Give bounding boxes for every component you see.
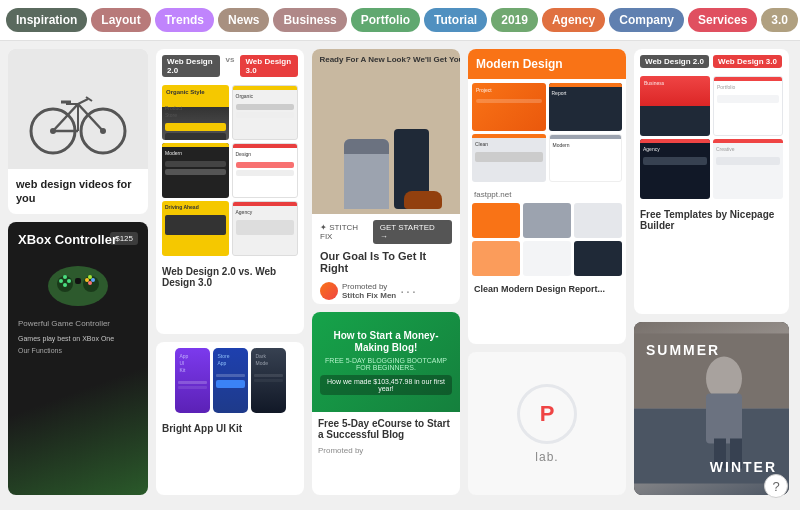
nav-tag-company[interactable]: Company (609, 8, 684, 32)
modern-grid: Project Report Clean Modern (468, 79, 626, 186)
mb-block-6 (574, 241, 622, 276)
sf-promoted: Promoted by (342, 282, 396, 291)
mb-block-4 (472, 241, 520, 276)
blog-card[interactable]: How to Start a Money-Making Blog! FREE 5… (312, 312, 460, 495)
sf-get-started[interactable]: GET STARTED → (373, 220, 452, 244)
summer-label: SUMMER (646, 342, 720, 358)
blog-earn: How we made $103,457.98 in our first yea… (320, 375, 452, 395)
webdesign-caption: Web Design 2.0 vs. Web Design 3.0 (156, 260, 304, 294)
tg-block-4: Creative (713, 139, 783, 199)
tag-web30: Web Design 3.0 (240, 55, 298, 77)
main-grid: web design videos for you Watch more vid… (0, 41, 800, 503)
xbox-card[interactable]: XBox Controller $125 (8, 222, 148, 495)
nav-tag-2019[interactable]: 2019 (491, 8, 538, 32)
sf-logo-row: ✦ STITCH FIX GET STARTED → (312, 214, 460, 250)
app-screens: AppUIKit StoreApp DarkMode (156, 342, 304, 419)
nav-tag-3.0[interactable]: 3.0 (761, 8, 798, 32)
svg-point-16 (59, 279, 63, 283)
summer-image: SUMMER WINTER (634, 322, 789, 495)
stitchfix-image: Ready For A New Look? We'll Get You Set. (312, 49, 460, 214)
svg-point-20 (85, 278, 89, 282)
sf-top-label: Ready For A New Look? We'll Get You Set. (319, 55, 452, 65)
nav-tag-services[interactable]: Services (688, 8, 757, 32)
column-1: web design videos for you Watch more vid… (8, 49, 148, 495)
svg-point-19 (63, 283, 67, 287)
webdesign-pages: Organic Style ProductStore Organic Moder… (156, 81, 304, 260)
webdesign-comparison-card[interactable]: Web Design 2.0 vs Web Design 3.0 Organic… (156, 49, 304, 334)
stitchfix-card[interactable]: Ready For A New Look? We'll Get You Set.… (312, 49, 460, 304)
lab-letter: P (540, 401, 555, 427)
modern-design-card[interactable]: Modern Design Project Report Clean (468, 49, 626, 344)
mb-block-1 (472, 203, 520, 238)
page-block-4: Design (232, 143, 299, 198)
templates-header: Web Design 2.0 Web Design 3.0 (634, 49, 789, 72)
nav-tag-portfolio[interactable]: Portfolio (351, 8, 420, 32)
templates-card[interactable]: Web Design 2.0 Web Design 3.0 Business P… (634, 49, 789, 314)
page-block-5: Driving Ahead (162, 201, 229, 256)
summer-card[interactable]: SUMMER WINTER (634, 322, 789, 495)
nav-tag-layout[interactable]: Layout (91, 8, 150, 32)
nav-tag-inspiration[interactable]: Inspiration (6, 8, 87, 32)
modern-caption: fastppt.net (468, 186, 626, 203)
video-card[interactable]: web design videos for you Watch more vid… (8, 49, 148, 214)
column-3: Ready For A New Look? We'll Get You Set.… (312, 49, 460, 495)
xbox-price: $125 (110, 232, 138, 245)
svg-point-22 (88, 281, 92, 285)
column-2: Web Design 2.0 vs Web Design 3.0 Organic… (156, 49, 304, 495)
modern-bottom-grid (468, 203, 626, 280)
blog-caption: Free 5-Day eCourse to Start a Successful… (312, 412, 460, 446)
help-button[interactable]: ? (764, 474, 788, 498)
page-block-1: Organic Style ProductStore (162, 85, 229, 140)
column-5: Web Design 2.0 Web Design 3.0 Business P… (634, 49, 789, 495)
winter-label: WINTER (710, 459, 777, 475)
video-label: web design videos for you (8, 169, 148, 214)
sf-logo: ✦ STITCH FIX (320, 223, 373, 241)
svg-rect-28 (706, 394, 742, 444)
tmpl-tag-30: Web Design 3.0 (713, 55, 782, 68)
sf-promo-row: Promoted by Stitch Fix Men ··· (312, 278, 460, 304)
mb-block-2 (523, 203, 571, 238)
svg-point-13 (48, 266, 108, 306)
nav-tag-business[interactable]: Business (273, 8, 346, 32)
nav-tag-trends[interactable]: Trends (155, 8, 214, 32)
nav-tag-agency[interactable]: Agency (542, 8, 605, 32)
sf-dots: ··· (400, 283, 418, 299)
video-thumbnail (8, 49, 148, 169)
page-block-6: Agency (232, 201, 299, 256)
tg-block-2: Portfolio (713, 76, 783, 136)
lab-card[interactable]: P lab. (468, 352, 626, 495)
tg-block-1: Business (640, 76, 710, 136)
sf-title: Our Goal Is To Get It Right (312, 250, 460, 278)
tg-block-3: Agency (640, 139, 710, 199)
svg-point-17 (67, 279, 71, 283)
svg-point-18 (63, 275, 67, 279)
modern-design-header: Modern Design (468, 49, 626, 79)
blog-subtitle: FREE 5-DAY BLOGGING BOOTCAMP FOR BEGINNE… (320, 357, 452, 371)
nav-tag-news[interactable]: News (218, 8, 269, 32)
tmpl-tag-20: Web Design 2.0 (640, 55, 709, 68)
column-4: Modern Design Project Report Clean (468, 49, 626, 495)
xbox-desc: Games play best on XBox One (18, 334, 138, 343)
lab-circle: P (517, 384, 577, 444)
app-kit-card[interactable]: AppUIKit StoreApp DarkMode Bright App UI… (156, 342, 304, 495)
blog-image: How to Start a Money-Making Blog! FREE 5… (312, 312, 460, 412)
templates-grid: Business Portfolio Agency Creative (634, 72, 789, 203)
blog-title: How to Start a Money-Making Blog! (320, 330, 452, 354)
page-block-3: Modern (162, 143, 229, 198)
app-screen-1: AppUIKit (175, 348, 210, 413)
nav-tag-tutorial[interactable]: Tutorial (424, 8, 487, 32)
svg-point-21 (91, 278, 95, 282)
app-caption: Bright App UI Kit (156, 419, 304, 440)
app-screen-3: DarkMode (251, 348, 286, 413)
svg-rect-24 (75, 278, 81, 284)
sf-avatar (320, 282, 338, 300)
templates-caption: Free Templates by Nicepage Builder (634, 203, 789, 237)
mg-block-1: Project (472, 83, 546, 131)
mg-block-3: Clean (472, 134, 546, 182)
top-navigation: InspirationLayoutTrendsNewsBusinessPortf… (0, 0, 800, 41)
app-screen-2: StoreApp (213, 348, 248, 413)
tag-web20: Web Design 2.0 (162, 55, 220, 77)
xbox-functions: Our Functions (18, 343, 138, 358)
mg-block-2: Report (549, 83, 623, 131)
xbox-content: XBox Controller $125 (8, 222, 148, 368)
